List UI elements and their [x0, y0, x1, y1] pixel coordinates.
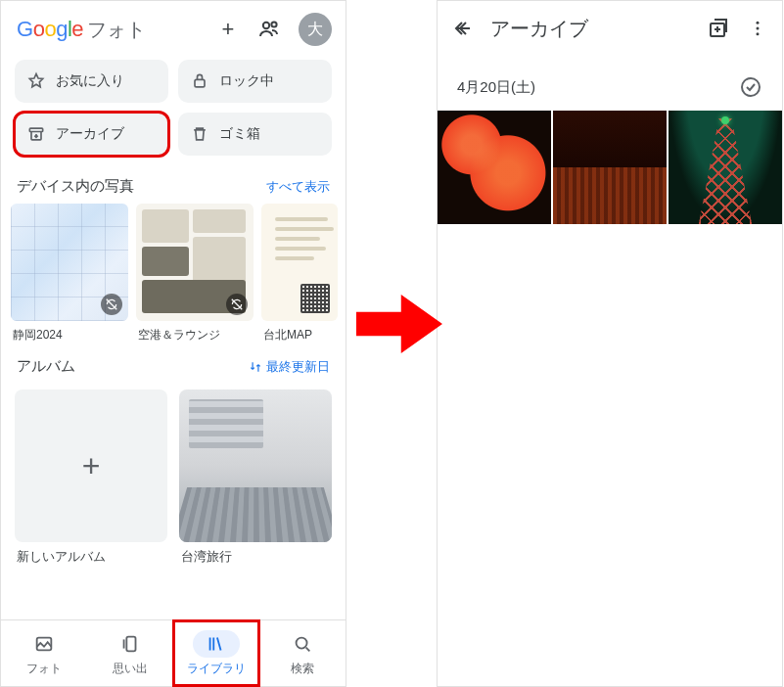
folder-thumb: [261, 204, 338, 321]
add-to-icon[interactable]: [706, 16, 731, 41]
folder-thumb: [11, 204, 128, 321]
svg-point-11: [742, 78, 760, 96]
show-all-link[interactable]: すべて表示: [266, 178, 330, 196]
star-icon: [26, 71, 46, 91]
nav-photos[interactable]: フォト: [1, 620, 87, 686]
archive-header: アーカイブ: [438, 1, 782, 52]
svg-point-8: [757, 22, 760, 24]
nav-search[interactable]: 検索: [259, 620, 346, 686]
google-logo: Google: [17, 17, 83, 42]
page-title: アーカイブ: [490, 16, 692, 42]
avatar[interactable]: 大: [299, 13, 332, 46]
archive-screen: アーカイブ 4月20日(土): [437, 0, 783, 687]
header: Google フォト + 大: [1, 1, 346, 56]
chip-label: ゴミ箱: [219, 125, 260, 143]
photo-thumb[interactable]: [669, 111, 782, 224]
chip-locked[interactable]: ロック中: [178, 60, 332, 103]
bottom-nav: フォト 思い出 ライブラリ 検索: [1, 619, 346, 686]
qr-icon: [300, 284, 330, 313]
album-card[interactable]: 台湾旅行: [179, 389, 332, 566]
new-album-thumb: +: [15, 389, 167, 542]
album-header: アルバム 最終更新日: [1, 344, 346, 384]
date-label: 4月20日(土): [457, 78, 535, 97]
trash-icon: [190, 124, 209, 144]
folder-label: 空港＆ラウンジ: [136, 321, 254, 344]
device-photos-row[interactable]: 静岡2024 空港＆ラウンジ: [1, 204, 346, 344]
photo-thumb[interactable]: [553, 111, 667, 224]
album-label: 台湾旅行: [179, 542, 332, 566]
album-label: 新しいアルバム: [15, 542, 167, 566]
archive-icon: [26, 124, 46, 144]
chip-trash[interactable]: ゴミ箱: [178, 113, 332, 156]
share-people-icon[interactable]: [257, 18, 281, 41]
new-album-card[interactable]: + 新しいアルバム: [15, 389, 167, 566]
back-button[interactable]: [449, 15, 477, 42]
header-actions: + 大: [216, 13, 332, 46]
chip-grid: お気に入り ロック中 アーカイブ ゴミ箱: [1, 56, 346, 163]
svg-point-9: [757, 27, 760, 30]
sync-off-icon: [101, 294, 122, 315]
photo-thumb[interactable]: [438, 111, 551, 224]
svg-rect-5: [126, 636, 135, 651]
svg-point-10: [757, 32, 760, 35]
app-name-suffix: フォト: [87, 17, 146, 43]
sync-off-icon: [226, 294, 248, 315]
folder-label: 台北MAP: [261, 321, 338, 344]
section-title: デバイス内の写真: [17, 177, 134, 196]
nav-label: フォト: [26, 661, 62, 677]
chip-label: アーカイブ: [56, 125, 124, 143]
add-icon[interactable]: +: [216, 18, 240, 41]
photo-grid: [438, 109, 782, 224]
lock-icon: [190, 71, 209, 91]
nav-memories[interactable]: 思い出: [87, 620, 173, 686]
date-group-header: 4月20日(土): [438, 52, 782, 109]
memories-icon: [119, 633, 141, 655]
nav-label: ライブラリ: [187, 661, 246, 677]
svg-rect-2: [195, 79, 205, 87]
sort-button[interactable]: 最終更新日: [249, 358, 330, 376]
svg-point-1: [271, 22, 276, 26]
more-icon[interactable]: [745, 16, 770, 41]
chip-label: お気に入り: [56, 72, 124, 90]
section-title: アルバム: [17, 357, 75, 376]
device-folder-card[interactable]: 静岡2024: [11, 204, 128, 344]
album-row[interactable]: + 新しいアルバム 台湾旅行: [1, 384, 346, 566]
nav-label: 思い出: [113, 661, 148, 677]
nav-library[interactable]: ライブラリ: [173, 620, 259, 686]
device-folder-card[interactable]: 台北MAP: [261, 204, 338, 344]
library-icon: [206, 633, 227, 655]
chip-favorites[interactable]: お気に入り: [15, 60, 168, 103]
photo-icon: [33, 633, 55, 655]
app-title: Google フォト: [17, 17, 146, 43]
folder-thumb: [136, 204, 254, 321]
flow-arrow-icon: [356, 289, 442, 359]
album-thumb: [179, 389, 332, 542]
svg-rect-3: [29, 128, 42, 131]
select-all-toggle[interactable]: [739, 75, 762, 99]
svg-point-6: [297, 637, 307, 648]
library-screen: Google フォト + 大 お気に入り: [0, 0, 346, 687]
svg-point-0: [263, 23, 269, 28]
chip-archive[interactable]: アーカイブ: [15, 113, 168, 156]
device-photos-header: デバイス内の写真 すべて表示: [1, 163, 346, 204]
plus-icon: +: [82, 448, 101, 484]
arrow-left-icon: [451, 17, 475, 40]
search-icon: [292, 633, 313, 655]
folder-label: 静岡2024: [11, 321, 128, 344]
device-folder-card[interactable]: 空港＆ラウンジ: [136, 204, 254, 344]
sort-label: 最終更新日: [266, 358, 330, 376]
nav-label: 検索: [291, 661, 314, 677]
chip-label: ロック中: [219, 72, 274, 90]
